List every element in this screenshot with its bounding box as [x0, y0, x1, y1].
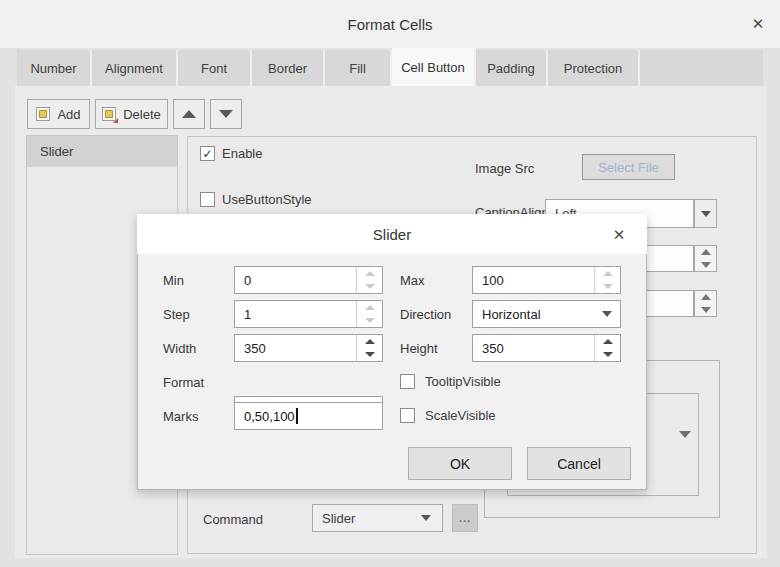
max-value: 100 [473, 267, 594, 293]
tooltip-visible-label: TooltipVisible [425, 374, 501, 389]
add-icon [36, 107, 50, 121]
enable-checkbox[interactable]: ✓ [200, 146, 215, 161]
ok-button[interactable]: OK [408, 447, 512, 480]
image-src-label: Image Src [475, 160, 534, 176]
caption-align-dropdown-button[interactable] [694, 199, 717, 228]
spin-up-icon[interactable] [595, 267, 620, 280]
min-spinner-field[interactable]: 0 [234, 266, 383, 294]
width-label: Width [163, 334, 196, 362]
tab-border[interactable]: Border [252, 50, 325, 86]
direction-value: Horizontal [482, 307, 541, 322]
move-down-button[interactable] [210, 99, 242, 129]
format-label: Format [163, 368, 204, 396]
height-spinner-field[interactable]: 350 [472, 334, 621, 362]
max-spinner-field[interactable]: 100 [472, 266, 621, 294]
close-icon[interactable]: ✕ [744, 10, 772, 38]
move-up-button[interactable] [173, 99, 205, 129]
step-spinner-field[interactable]: 1 [234, 300, 383, 328]
tab-padding[interactable]: Padding [476, 50, 548, 86]
add-button[interactable]: Add [27, 99, 90, 129]
tab-cell-button[interactable]: Cell Button [392, 48, 476, 87]
spin-up-icon[interactable] [595, 335, 620, 348]
list-item-slider[interactable]: Slider [27, 136, 177, 167]
marks-input[interactable]: 0,50,100 [234, 402, 383, 430]
spin-up-icon[interactable] [357, 267, 382, 280]
max-label: Max [400, 266, 425, 294]
height-value: 350 [473, 335, 594, 361]
min-label: Min [163, 266, 184, 294]
tab-font[interactable]: Font [178, 50, 252, 86]
marks-value: 0,50,100 [244, 409, 295, 424]
command-more-button[interactable]: ... [452, 504, 478, 532]
chevron-down-icon[interactable] [679, 438, 691, 453]
tab-strip-filler [640, 50, 763, 86]
chevron-down-icon [701, 211, 711, 217]
dialog-close-icon[interactable]: ✕ [605, 222, 633, 248]
direction-label: Direction [400, 300, 451, 328]
step-value: 1 [235, 301, 356, 327]
delete-button[interactable]: Delete [95, 99, 168, 129]
spin-down-icon [701, 307, 711, 313]
scale-visible-label: ScaleVisible [425, 408, 496, 423]
spin-down-icon [701, 262, 711, 268]
slider-dialog-title: Slider [137, 214, 647, 254]
spin-down-icon[interactable] [595, 348, 620, 361]
tab-number[interactable]: Number [17, 50, 92, 86]
spin-up-icon [701, 249, 711, 255]
width-value: 350 [235, 335, 356, 361]
window-title: Format Cells [0, 0, 780, 48]
tab-alignment[interactable]: Alignment [92, 50, 178, 86]
delete-button-label: Delete [123, 107, 161, 122]
spin-down-icon[interactable] [357, 280, 382, 293]
tooltip-visible-checkbox[interactable] [400, 374, 415, 389]
select-file-button[interactable]: Select File [582, 154, 675, 180]
command-combobox[interactable]: Slider [312, 504, 443, 532]
marks-label: Marks [163, 402, 198, 430]
spin-down-icon[interactable] [357, 314, 382, 327]
use-button-style-checkbox[interactable] [200, 192, 215, 207]
min-value: 0 [235, 267, 356, 293]
chevron-down-icon [602, 311, 612, 317]
spin-up-icon[interactable] [357, 301, 382, 314]
arrow-down-icon [219, 110, 233, 118]
command-label: Command [203, 511, 263, 527]
text-cursor [296, 408, 298, 424]
use-button-style-label: UseButtonStyle [222, 192, 312, 207]
height-label: Height [400, 334, 438, 362]
scale-visible-checkbox[interactable] [400, 408, 415, 423]
width-spinner-field[interactable]: 350 [234, 334, 383, 362]
command-value: Slider [322, 511, 355, 526]
numeric-field-b-spinner[interactable] [694, 290, 717, 317]
spin-up-icon [701, 294, 711, 300]
numeric-field-a-spinner[interactable] [694, 245, 717, 272]
spin-up-icon[interactable] [357, 335, 382, 348]
tab-fill[interactable]: Fill [325, 50, 392, 86]
tab-strip: Number Alignment Font Border Fill Cell B… [17, 50, 763, 86]
delete-icon [102, 107, 116, 121]
step-label: Step [163, 300, 190, 328]
spin-down-icon[interactable] [595, 280, 620, 293]
add-button-label: Add [57, 107, 80, 122]
enable-label: Enable [222, 146, 262, 161]
check-icon: ✓ [202, 147, 212, 161]
spin-down-icon[interactable] [357, 348, 382, 361]
direction-combobox[interactable]: Horizontal [472, 300, 621, 328]
arrow-up-icon [182, 110, 196, 118]
tab-protection[interactable]: Protection [548, 50, 640, 86]
chevron-down-icon [421, 515, 431, 521]
cancel-button[interactable]: Cancel [527, 447, 631, 480]
